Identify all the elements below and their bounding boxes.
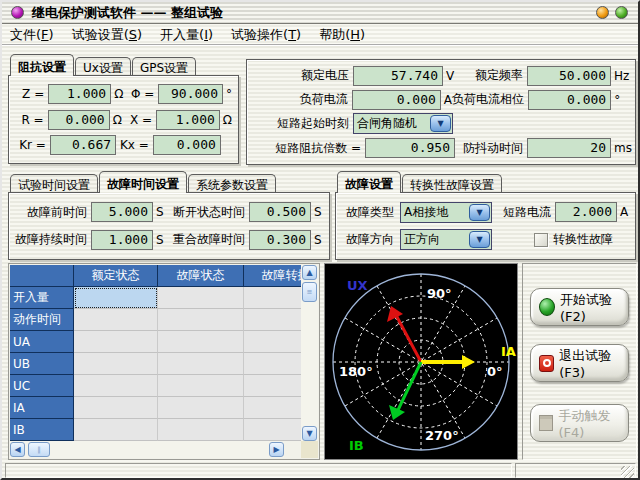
manual-trigger-button[interactable]: 手动触发(F4) <box>530 404 629 442</box>
chevron-down-icon[interactable]: ▼ <box>469 231 490 248</box>
x-unit: Ω <box>220 113 232 127</box>
rated-freq-label: 额定频率 <box>475 67 523 84</box>
status-bar <box>2 463 638 479</box>
menu-test-operate[interactable]: 试验操作(T) <box>231 26 301 44</box>
row-header-uc[interactable]: UC <box>10 375 74 397</box>
menu-file[interactable]: 文件(F) <box>10 26 54 44</box>
kr-input[interactable]: 0.667 <box>50 135 116 155</box>
table-cell[interactable] <box>158 309 244 331</box>
manual-trigger-label: 手动触发(F4) <box>558 407 628 440</box>
fault-type-label: 故障类型 <box>342 204 394 221</box>
r-input[interactable]: 0.000 <box>48 110 110 130</box>
tab-test-time[interactable]: 试验时间设置 <box>10 174 98 193</box>
table-cell-selected[interactable] <box>74 287 158 309</box>
tab-fault-settings[interactable]: 故障设置 <box>337 171 401 193</box>
table-cell[interactable] <box>244 331 302 353</box>
menu-help[interactable]: 帮助(H) <box>319 26 365 44</box>
table-cell[interactable] <box>74 375 158 397</box>
table-cell[interactable] <box>158 353 244 375</box>
tab-impedance-settings[interactable]: 阻抗设置 <box>10 54 74 76</box>
convert-fault-checkbox-label: 转换性故障 <box>553 231 613 248</box>
rated-freq-input[interactable]: 50.000 <box>527 66 611 86</box>
hscroll-thumb[interactable]: ∥ <box>28 442 50 457</box>
row-header-ib[interactable]: IB <box>10 419 74 441</box>
row-header-ub[interactable]: UB <box>10 353 74 375</box>
column-header-rated-state[interactable]: 额定状态 <box>74 265 158 287</box>
prefault-time-input[interactable]: 5.000 <box>91 202 153 222</box>
phi-input[interactable]: 90.000 <box>158 84 223 104</box>
load-current-input[interactable]: 0.000 <box>352 90 441 110</box>
minimize-button[interactable] <box>596 6 609 19</box>
fault-duration-input[interactable]: 1.000 <box>91 230 153 250</box>
table-cell[interactable] <box>158 419 244 441</box>
tab-gps-settings[interactable]: GPS设置 <box>132 57 196 76</box>
table-cell[interactable] <box>158 287 244 309</box>
table-cell[interactable] <box>244 375 302 397</box>
scroll-right-icon[interactable]: ▶ <box>269 442 284 457</box>
table-cell[interactable] <box>74 353 158 375</box>
tab-convert-fault-settings[interactable]: 转换性故障设置 <box>402 174 502 193</box>
table-cell[interactable] <box>244 397 302 419</box>
resize-grip[interactable] <box>621 466 634 478</box>
row-header-ua[interactable]: UA <box>10 331 74 353</box>
debounce-input[interactable]: 20 <box>527 138 611 158</box>
fault-direction-dropdown[interactable]: 正方向 ▼ <box>400 229 492 250</box>
column-header-fault-convert[interactable]: 故障转换 <box>244 265 302 287</box>
angle-90-label: 90° <box>427 286 452 301</box>
z-input[interactable]: 1.000 <box>48 84 111 104</box>
table-cell[interactable] <box>244 287 302 309</box>
exit-test-label: 退出试验(F3) <box>559 347 628 380</box>
table-cell[interactable] <box>158 331 244 353</box>
open-state-time-input[interactable]: 0.500 <box>249 202 311 222</box>
table-cell[interactable] <box>158 375 244 397</box>
row-header-action-time[interactable]: 动作时间 <box>10 309 74 331</box>
load-phase-input[interactable]: 0.000 <box>528 90 611 110</box>
table-hscrollbar[interactable]: ◀ ∥ ▶ <box>10 441 284 458</box>
column-header-fault-state[interactable]: 故障状态 <box>158 265 244 287</box>
debounce-label: 防抖动时间 <box>463 140 523 157</box>
menu-binary-input[interactable]: 开入量(I) <box>160 26 213 44</box>
table-cell[interactable] <box>244 309 302 331</box>
x-input[interactable]: 1.000 <box>156 110 220 130</box>
fault-type-value: A相接地 <box>401 204 468 221</box>
sc-start-label: 短路起始时刻 <box>253 115 349 132</box>
table-cell[interactable] <box>74 397 158 419</box>
table-cell[interactable] <box>244 419 302 441</box>
tab-system-params[interactable]: 系统参数设置 <box>188 174 276 193</box>
maximize-button[interactable] <box>615 6 628 19</box>
table-row: UC <box>10 375 302 397</box>
tab-ux-settings[interactable]: Ux设置 <box>75 57 131 76</box>
fault-type-dropdown[interactable]: A相接地 ▼ <box>400 202 492 223</box>
chevron-down-icon[interactable]: ▼ <box>469 204 490 221</box>
exit-test-button[interactable]: 退出试验(F3) <box>530 344 629 382</box>
scroll-down-icon[interactable]: ▼ <box>302 426 317 441</box>
chevron-down-icon[interactable]: ▼ <box>430 115 451 132</box>
table-cell[interactable] <box>158 397 244 419</box>
ux-label: UX <box>347 278 368 293</box>
row-header-binary-input[interactable]: 开入量 <box>10 287 74 309</box>
sc-impedance-ratio-input[interactable]: 0.950 <box>365 138 455 158</box>
table-header-row: 额定状态 故障状态 故障转换 <box>10 265 302 287</box>
ib-label: IB <box>349 438 364 453</box>
impedance-panel: 阻抗设置 Ux设置 GPS设置 Z = 1.000 Ω Φ = 90.000 °… <box>8 54 239 164</box>
row-header-ia[interactable]: IA <box>10 397 74 419</box>
sc-impedance-ratio-label: 短路阻抗倍数 = <box>253 140 361 157</box>
convert-fault-checkbox[interactable] <box>534 233 548 247</box>
rated-voltage-input[interactable]: 57.740 <box>353 66 443 86</box>
kx-input[interactable]: 0.000 <box>153 135 221 155</box>
sc-start-dropdown[interactable]: 合闸角随机 ▼ <box>353 113 453 134</box>
start-test-button[interactable]: 开始试验(F2) <box>530 288 629 326</box>
sc-current-input[interactable]: 2.000 <box>555 202 617 222</box>
vscroll-thumb[interactable]: ≡ <box>302 282 317 302</box>
scroll-up-icon[interactable]: ▲ <box>302 265 317 280</box>
scroll-left-icon[interactable]: ◀ <box>10 442 25 457</box>
table-cell[interactable] <box>74 331 158 353</box>
menu-test-settings[interactable]: 试验设置(S) <box>72 26 142 44</box>
tab-fault-time[interactable]: 故障时间设置 <box>99 171 187 193</box>
table-cell[interactable] <box>74 309 158 331</box>
ia-label: IA <box>501 344 516 359</box>
table-cell[interactable] <box>74 419 158 441</box>
reclose-fault-time-input[interactable]: 0.300 <box>249 230 311 250</box>
table-cell[interactable] <box>244 353 302 375</box>
table-vscrollbar[interactable]: ▲ ≡ ▼ <box>301 265 318 441</box>
